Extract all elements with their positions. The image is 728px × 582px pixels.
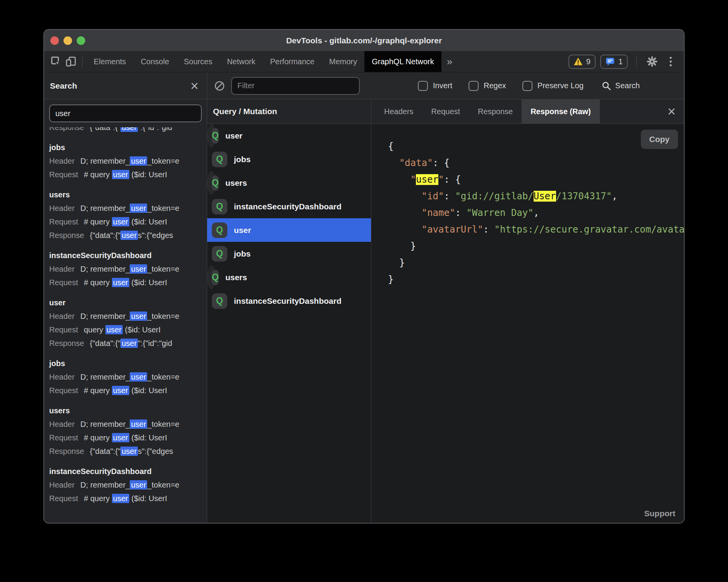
search-result-group-title[interactable]: instanceSecurityDashboard <box>49 249 207 262</box>
search-result-row[interactable]: Requestquery user ($id: UserI <box>49 323 207 337</box>
query-row-jobs[interactable]: Qjobs <box>207 242 371 265</box>
checkbox-label: Regex <box>484 81 506 90</box>
json-line: } <box>388 238 684 255</box>
search-result-text: s":{"edges <box>138 231 173 240</box>
settings-gear-icon[interactable] <box>645 55 659 68</box>
json-token: "https://secure.gravatar.com/avatar <box>494 224 684 235</box>
filter-search[interactable]: Search <box>601 81 640 91</box>
traffic-light-minimize[interactable] <box>64 36 72 45</box>
tab-elements[interactable]: Elements <box>86 51 133 72</box>
query-type-badge: Q <box>212 175 219 191</box>
detail-close-icon[interactable]: × <box>667 106 676 117</box>
search-result-label: Response <box>49 447 84 455</box>
window-title: DevTools - gitlab.com/-/graphql-explorer <box>286 36 442 45</box>
query-row-user[interactable]: Quser <box>207 218 371 242</box>
search-result-label: Header <box>49 265 75 273</box>
search-result-group-title[interactable]: instanceSecurityDashboard <box>49 465 207 478</box>
json-token: "Warren Day" <box>466 207 533 218</box>
search-result-row[interactable]: Request# query user ($id: UserI <box>49 492 207 505</box>
query-row-users[interactable]: Qusers <box>207 265 216 289</box>
detail-tab-response[interactable]: Response <box>469 99 522 123</box>
search-highlight: user <box>112 217 129 226</box>
search-result-row[interactable]: Request# query user ($id: UserI <box>49 384 207 397</box>
traffic-light-close[interactable] <box>50 36 59 45</box>
checkbox-invert[interactable]: Invert <box>418 81 452 91</box>
search-result-label: Response <box>49 127 84 132</box>
detail-tab-request[interactable]: Request <box>422 99 469 123</box>
search-result-group-title[interactable]: user <box>49 296 207 310</box>
more-tabs-icon[interactable]: » <box>441 51 458 72</box>
kebab-menu-icon[interactable] <box>664 55 678 68</box>
json-token: " <box>410 174 416 185</box>
json-token: { <box>388 141 393 152</box>
search-input[interactable] <box>49 104 202 122</box>
query-row-instancesecuritydashboard[interactable]: QinstanceSecurityDashboard <box>207 195 371 218</box>
json-line: } <box>388 255 684 271</box>
search-result-row[interactable]: Request# query user ($id: UserI <box>49 276 207 289</box>
search-result-row[interactable]: Response{"data":{"users":{"edges <box>49 229 207 242</box>
json-token <box>388 191 422 202</box>
search-result-group-title[interactable]: users <box>49 404 207 418</box>
search-result-row[interactable]: HeaderD; remember_user_token=e <box>49 262 207 276</box>
traffic-light-zoom[interactable] <box>77 36 85 45</box>
search-result-row[interactable]: Request# query user ($id: UserI <box>49 168 207 181</box>
search-result-label: Request <box>49 433 78 442</box>
detail-tab-response-raw[interactable]: Response (Raw) <box>522 99 600 123</box>
search-result-text: ($id: UserI <box>129 494 167 503</box>
query-row-users[interactable]: Qusers <box>207 171 216 195</box>
search-result-row[interactable]: HeaderD; remember_user_token=e <box>49 154 207 168</box>
search-result-row[interactable]: HeaderD; remember_user_token=e <box>49 202 207 215</box>
query-label: users <box>225 273 247 282</box>
search-result-row[interactable]: Response{"data":{"user":{"id":"gid <box>49 127 207 134</box>
query-type-badge: Q <box>212 152 227 167</box>
json-line: { <box>388 138 684 155</box>
warning-badge[interactable]: 9 <box>568 55 596 69</box>
search-result-row[interactable]: Response{"data":{"users":{"edges <box>49 445 207 458</box>
device-toolbar-icon[interactable] <box>64 51 78 72</box>
tab-network[interactable]: Network <box>220 51 263 72</box>
query-label: jobs <box>234 155 251 164</box>
search-result-row[interactable]: HeaderD; remember_user_token=e <box>49 478 207 492</box>
search-close-icon[interactable]: × <box>190 80 199 91</box>
filter-bar: InvertRegexPreserve Log Search <box>207 72 684 99</box>
checkbox-preserve-log[interactable]: Preserve Log <box>522 81 584 91</box>
tab-memory[interactable]: Memory <box>322 51 364 72</box>
copy-button[interactable]: Copy <box>641 130 678 149</box>
search-result-group-title[interactable]: jobs <box>49 357 207 370</box>
message-badge[interactable]: 1 <box>600 55 628 69</box>
tab-sources[interactable]: Sources <box>177 51 220 72</box>
detail-tab-headers[interactable]: Headers <box>375 99 422 123</box>
json-match-highlight: User <box>534 191 556 202</box>
search-highlight: user <box>130 204 147 213</box>
json-token <box>388 174 410 185</box>
search-highlight: user <box>112 386 129 395</box>
search-result-group-title[interactable]: jobs <box>49 141 207 154</box>
search-result-row[interactable]: HeaderD; remember_user_token=e <box>49 310 207 323</box>
query-row-user[interactable]: Quser <box>207 124 216 147</box>
query-type-badge: Q <box>212 293 227 309</box>
search-result-row[interactable]: Request# query user ($id: UserI <box>49 215 207 229</box>
search-result-row[interactable]: Request# query user ($id: UserI <box>49 431 207 445</box>
filter-input[interactable] <box>231 77 360 95</box>
traffic-lights <box>50 30 85 51</box>
block-icon[interactable] <box>213 79 227 93</box>
support-link[interactable]: Support <box>644 509 675 518</box>
search-result-text: {"data":{" <box>90 339 120 347</box>
search-result-text: # query <box>84 433 112 442</box>
query-panel: Query / Mutation QuserQjobsQusersQinstan… <box>207 99 371 523</box>
search-highlight: user <box>130 480 147 490</box>
search-result-text: s":{"edges <box>138 447 173 455</box>
checkbox-regex[interactable]: Regex <box>469 81 506 91</box>
query-row-jobs[interactable]: Qjobs <box>207 147 371 171</box>
search-result-row[interactable]: HeaderD; remember_user_token=e <box>49 418 207 431</box>
query-row-instancesecuritydashboard[interactable]: QinstanceSecurityDashboard <box>207 289 371 313</box>
inspect-element-icon[interactable] <box>49 51 64 72</box>
tab-graphql-network[interactable]: GraphQL Network <box>364 51 441 72</box>
checkbox-box <box>469 81 479 91</box>
search-result-row[interactable]: HeaderD; remember_user_token=e <box>49 370 207 384</box>
search-result-row[interactable]: Response{"data":{"user":{"id":"gid <box>49 337 207 350</box>
tab-console[interactable]: Console <box>133 51 176 72</box>
search-result-group-title[interactable]: users <box>49 188 207 202</box>
search-highlight: user <box>130 264 147 274</box>
tab-performance[interactable]: Performance <box>263 51 322 72</box>
